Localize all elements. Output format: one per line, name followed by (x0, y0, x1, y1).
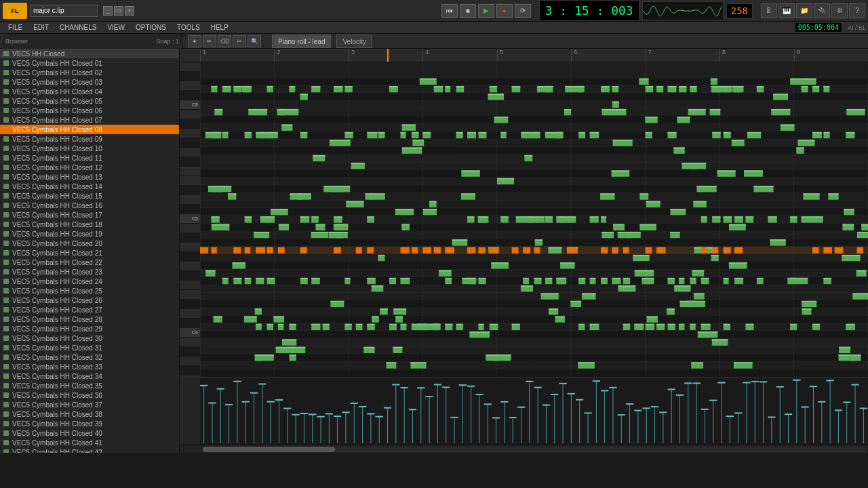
play-button[interactable]: ▶ (478, 4, 494, 18)
menu-help[interactable]: HELP (205, 22, 234, 34)
piano-key-G4[interactable] (180, 262, 200, 271)
sidebar-item-24[interactable]: VEC5 Cymbals HH Closed 23 (0, 267, 179, 277)
sidebar-item-41[interactable]: VEC5 Cymbals HH Closed 40 (0, 428, 179, 438)
sidebar-item-10[interactable]: VEC5 Cymbals HH Closed 09 (0, 134, 179, 144)
stop-button[interactable]: ■ (460, 4, 476, 18)
cut-tool[interactable]: ✂ (233, 35, 246, 47)
piano-key-A4[interactable] (180, 243, 200, 252)
piano-key-G5[interactable] (180, 148, 200, 157)
sidebar-item-29[interactable]: VEC5 Cymbals HH Closed 28 (0, 314, 179, 324)
menu-tools[interactable]: TOOLS (172, 22, 205, 34)
piano-key-G#4[interactable] (180, 252, 200, 262)
sidebar-item-17[interactable]: VEC5 Cymbals HH Closed 16 (0, 201, 179, 210)
sidebar-item-39[interactable]: VEC5 Cymbals HH Closed 38 (0, 409, 179, 419)
velocity-canvas[interactable] (200, 378, 868, 445)
maximize-button[interactable]: □ (114, 6, 123, 16)
sidebar-item-34[interactable]: VEC5 Cymbals HH Closed 33 (0, 362, 179, 371)
piano-key-F#5[interactable] (180, 157, 200, 167)
sidebar-item-11[interactable]: VEC5 Cymbals HH Closed 10 (0, 144, 179, 153)
piano-key-G3[interactable] (180, 375, 200, 377)
piano-key-B4[interactable] (180, 224, 200, 233)
sidebar-item-14[interactable]: VEC5 Cymbals HH Closed 13 (0, 172, 179, 182)
sidebar-item-3[interactable]: VEC5 Cymbals HH Closed 02 (0, 68, 179, 77)
sidebar-item-18[interactable]: VEC5 Cymbals HH Closed 17 (0, 210, 179, 220)
sidebar-item-43[interactable]: VEC5 Cymbals HH Closed 42 (0, 447, 179, 453)
minimize-button[interactable]: _ (103, 6, 113, 16)
sidebar-item-5[interactable]: VEC5 Cymbals HH Closed 04 (0, 87, 179, 96)
piano-key-D4[interactable] (180, 309, 200, 319)
sidebar-item-37[interactable]: VEC5 Cymbals HH Closed 36 (0, 390, 179, 400)
piano-key-G#3[interactable] (180, 366, 200, 375)
sidebar-item-25[interactable]: VEC5 Cymbals HH Closed 24 (0, 277, 179, 286)
piano-key-A#3[interactable] (180, 347, 200, 357)
sidebar-item-20[interactable]: VEC5 Cymbals HH Closed 19 (0, 229, 179, 239)
piano-key-A5[interactable] (180, 129, 200, 138)
project-title-input[interactable] (30, 5, 98, 17)
sidebar-item-33[interactable]: VEC5 Cymbals HH Closed 32 (0, 352, 179, 362)
record-button[interactable]: ● (496, 4, 513, 18)
piano-key-C#6[interactable] (180, 91, 200, 100)
piano-key-D#6[interactable] (180, 72, 200, 81)
menu-edit[interactable]: EDIT (28, 22, 54, 34)
piano-key-A#5[interactable] (180, 119, 200, 129)
piano-key-E6[interactable] (180, 62, 200, 72)
piano-key-C4[interactable]: C4 (180, 328, 200, 338)
sidebar-item-21[interactable]: VEC5 Cymbals HH Closed 20 (0, 239, 179, 248)
piano-key-D#4[interactable] (180, 300, 200, 309)
select-tool[interactable]: ✦ (188, 35, 201, 47)
sidebar-item-23[interactable]: VEC5 Cymbals HH Closed 22 (0, 258, 179, 267)
sidebar-item-31[interactable]: VEC5 Cymbals HH Closed 30 (0, 333, 179, 343)
piano-key-C6[interactable]: C6 (180, 100, 200, 110)
sidebar-item-36[interactable]: VEC5 Cymbals HH Closed 35 (0, 381, 179, 390)
sidebar-item-15[interactable]: VEC5 Cymbals HH Closed 14 (0, 182, 179, 191)
sidebar-item-32[interactable]: VEC5 Cymbals HH Closed 31 (0, 343, 179, 352)
menu-channels[interactable]: CHANNELS (54, 22, 102, 34)
sidebar-item-9[interactable]: VEC5 Cymbals HH Closed 08 (0, 125, 179, 134)
piano-roll-icon[interactable]: 🎹 (778, 3, 795, 18)
sidebar-item-6[interactable]: VEC5 Cymbals HH Closed 05 (0, 96, 179, 106)
close-button[interactable]: × (125, 6, 134, 16)
notes-canvas-wrapper[interactable] (200, 62, 868, 377)
scrollbar-thumb[interactable] (203, 447, 335, 452)
zoom-tool[interactable]: 🔍 (248, 35, 261, 47)
piano-key-D#5[interactable] (180, 186, 200, 195)
settings-icon[interactable]: ⚙ (831, 3, 848, 18)
piano-key-D6[interactable] (180, 81, 200, 91)
sidebar-item-13[interactable]: VEC5 Cymbals HH Closed 12 (0, 163, 179, 172)
pianoroll-tab[interactable]: Piano roll - lead (272, 35, 331, 48)
piano-key-E5[interactable] (180, 176, 200, 186)
piano-key-B5[interactable] (180, 110, 200, 119)
piano-key-B3[interactable] (180, 338, 200, 347)
notes-canvas[interactable] (200, 62, 868, 377)
timeline-ruler[interactable]: 123456789 (200, 49, 868, 62)
piano-key-A#4[interactable] (180, 233, 200, 243)
sidebar-item-27[interactable]: VEC5 Cymbals HH Closed 26 (0, 296, 179, 305)
sidebar-item-1[interactable]: VEC5 HH Closed (0, 49, 179, 58)
menu-file[interactable]: FILE (3, 22, 28, 34)
menu-options[interactable]: OPTIONS (130, 22, 172, 34)
sidebar-item-28[interactable]: VEC5 Cymbals HH Closed 27 (0, 305, 179, 314)
sidebar-item-38[interactable]: VEC5 Cymbals HH Closed 37 (0, 400, 179, 409)
horizontal-scrollbar[interactable] (180, 445, 868, 453)
sidebar-item-42[interactable]: VEC5 Cymbals HH Closed 41 (0, 438, 179, 447)
piano-key-C#5[interactable] (180, 205, 200, 214)
velocity-tab[interactable]: Velocity (336, 35, 372, 48)
sidebar-item-12[interactable]: VEC5 Cymbals HH Closed 11 (0, 153, 179, 163)
plugin-icon[interactable]: 🔌 (814, 3, 830, 18)
erase-tool[interactable]: ⌫ (218, 35, 231, 47)
sidebar-item-2[interactable]: VEC5 Cymbals HH Closed 01 (0, 58, 179, 68)
piano-key-F4[interactable] (180, 281, 200, 290)
piano-key-C#4[interactable] (180, 319, 200, 328)
help-icon[interactable]: ? (849, 3, 865, 18)
sidebar-item-8[interactable]: VEC5 Cymbals HH Closed 07 (0, 115, 179, 125)
piano-key-A3[interactable] (180, 357, 200, 366)
sidebar-item-19[interactable]: VEC5 Cymbals HH Closed 18 (0, 220, 179, 229)
piano-key-C5[interactable]: C5 (180, 214, 200, 224)
loop-button[interactable]: ⟳ (515, 4, 531, 18)
sidebar-item-22[interactable]: VEC5 Cymbals HH Closed 21 (0, 248, 179, 258)
draw-tool[interactable]: ✏ (203, 35, 216, 47)
sidebar-item-26[interactable]: VEC5 Cymbals HH Closed 25 (0, 286, 179, 296)
piano-key-E4[interactable] (180, 290, 200, 300)
velocity-canvas-wrapper[interactable] (200, 378, 868, 445)
sidebar-item-30[interactable]: VEC5 Cymbals HH Closed 29 (0, 324, 179, 333)
